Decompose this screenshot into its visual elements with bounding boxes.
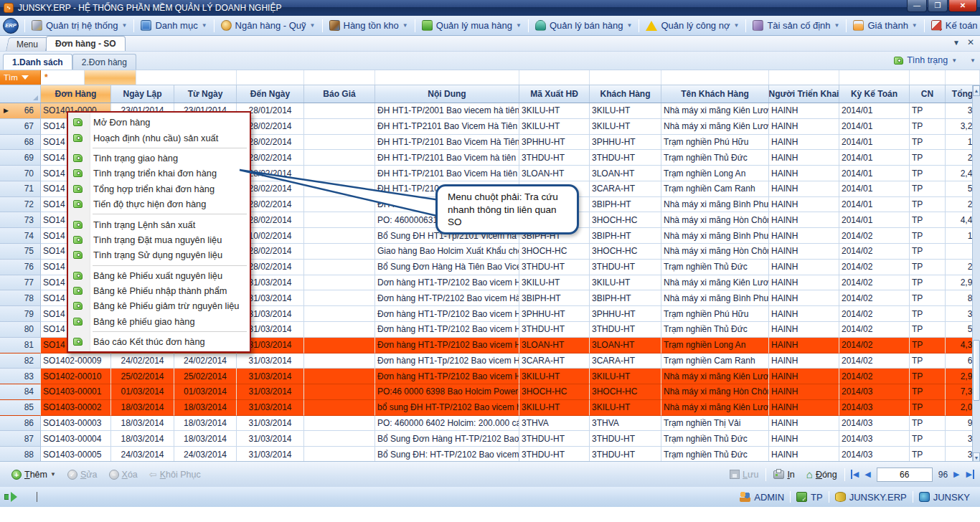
grid-cell[interactable]: TP bbox=[910, 275, 946, 291]
context-menu-item[interactable]: Bảng kê Phiếu nhập thành phẩm bbox=[68, 283, 250, 298]
row-header[interactable]: 70 bbox=[0, 166, 41, 181]
column-header[interactable]: Đơn Hàng bbox=[41, 85, 111, 103]
status-item-network[interactable]: JUNSKY bbox=[913, 492, 976, 503]
grid-cell[interactable]: Trạm nghiền Phú Hữu bbox=[661, 135, 769, 151]
grid-cell[interactable]: 3LOAN-HT bbox=[519, 166, 590, 181]
status-item-server[interactable]: TP bbox=[791, 492, 829, 503]
status-item-database[interactable]: JUNSKY.ERP bbox=[829, 492, 913, 503]
grid-cell[interactable]: 3THDU-HT bbox=[590, 447, 661, 462]
filter-input[interactable]: * bbox=[41, 70, 85, 85]
filter-cell[interactable] bbox=[769, 70, 839, 85]
grid-cell[interactable]: 2014/03 bbox=[839, 431, 910, 447]
grid-cell[interactable]: HAINH bbox=[769, 119, 839, 135]
grid-cell[interactable] bbox=[304, 119, 375, 135]
grid-cell[interactable] bbox=[304, 166, 375, 181]
grid-cell[interactable]: Nhà máy xi măng Hòn Chôn... bbox=[661, 384, 769, 400]
row-header[interactable]: 85 bbox=[0, 400, 41, 416]
grid-cell[interactable]: 2014/03 bbox=[839, 447, 910, 462]
grid-cell[interactable]: Nhà máy xi măng Hòn Chôn... bbox=[661, 244, 769, 260]
grid-cell[interactable]: TP bbox=[910, 150, 946, 166]
grid-cell[interactable]: 3HOCH-HC bbox=[519, 244, 590, 260]
grid-cell[interactable]: 24/02/2014 bbox=[111, 353, 174, 369]
row-header[interactable]: 69 bbox=[0, 150, 41, 166]
grid-cell[interactable]: ĐH HT1-TP/2101 Bao Vicem Hà Tiên P... bbox=[375, 135, 519, 151]
grid-cell[interactable]: 31/03/2014 bbox=[237, 447, 304, 462]
grid-cell[interactable]: Trạm nghiền Thủ Đức bbox=[661, 447, 769, 462]
grid-cell[interactable]: 3KILU-HT bbox=[590, 275, 661, 291]
minimize-button[interactable]: — bbox=[907, 0, 927, 12]
grid-cell[interactable]: 24/02/2014 bbox=[174, 353, 237, 369]
grid-cell[interactable]: SO1402-00009 bbox=[41, 353, 111, 369]
scroll-up-icon[interactable]: ▲ bbox=[973, 85, 980, 96]
grid-cell[interactable]: Đơn hàng HT-TP/2102 Bao vicem Hà ... bbox=[375, 290, 519, 306]
grid-cell[interactable]: 2014/02 bbox=[839, 353, 910, 369]
grid-cell[interactable]: HAINH bbox=[769, 166, 839, 181]
restore-button[interactable]: ❐ bbox=[928, 0, 948, 12]
close-view-button[interactable]: ⌂ Đóng bbox=[806, 469, 837, 480]
grid-cell[interactable]: 3PHHU-HT bbox=[590, 306, 661, 322]
first-record-icon[interactable]: ◀ bbox=[851, 470, 859, 479]
grid-cell[interactable]: HAINH bbox=[769, 338, 839, 353]
grid-cell[interactable]: Nhà máy xi măng Bình Phước bbox=[661, 197, 769, 213]
grid-cell[interactable]: 3KILU-HT bbox=[590, 119, 661, 135]
filter-cell[interactable] bbox=[910, 70, 946, 85]
grid-cell[interactable]: SO1402-00010 bbox=[41, 369, 111, 384]
row-header[interactable]: 81 bbox=[0, 338, 41, 353]
grid-cell[interactable]: Đơn hàng HT1-TP/2102 Bao vicem Hà... bbox=[375, 369, 519, 384]
save-button[interactable]: Lưu bbox=[730, 470, 758, 480]
edit-button[interactable]: ✓ Sửa bbox=[67, 470, 98, 480]
grid-cell[interactable]: PO: 460000 6402 Holcim: 200.000 cái. bbox=[375, 416, 519, 432]
grid-cell[interactable]: 3KILU-HT bbox=[519, 400, 590, 416]
grid-cell[interactable]: HAINH bbox=[769, 244, 839, 260]
column-header[interactable]: Tên Khách Hàng bbox=[661, 85, 769, 103]
column-header[interactable]: CN bbox=[910, 85, 946, 103]
subtab-don-hang[interactable]: 2.Đơn hàng bbox=[72, 54, 136, 70]
grid-cell[interactable]: 3THVA bbox=[519, 416, 590, 432]
grid-cell[interactable] bbox=[304, 260, 375, 275]
grid-cell[interactable]: HAINH bbox=[769, 212, 839, 228]
grid-cell[interactable]: TP bbox=[910, 228, 946, 244]
current-record-input[interactable]: 66 bbox=[877, 468, 933, 482]
grid-cell[interactable]: TP bbox=[910, 119, 946, 135]
grid-cell[interactable] bbox=[304, 338, 375, 353]
grid-cell[interactable] bbox=[304, 212, 375, 228]
grid-cell[interactable]: Giao hàng Bao Holcim Xuất Khẩu cho ... bbox=[375, 244, 519, 260]
grid-cell[interactable]: TP bbox=[910, 369, 946, 384]
grid-cell[interactable]: Bổ Sung Đơn Hàng Hà Tiên Bao Vice... bbox=[375, 260, 519, 275]
filter-cell[interactable] bbox=[519, 70, 590, 85]
grid-cell[interactable]: HAINH bbox=[769, 416, 839, 432]
grid-cell[interactable]: HAINH bbox=[769, 384, 839, 400]
row-header[interactable]: 66▶ bbox=[0, 103, 41, 119]
row-header[interactable]: 73 bbox=[0, 212, 41, 228]
row-header[interactable]: 71 bbox=[0, 181, 41, 197]
grid-cell[interactable]: 2014/02 bbox=[839, 244, 910, 260]
row-header[interactable]: 87 bbox=[0, 431, 41, 447]
grid-cell[interactable] bbox=[304, 135, 375, 151]
grid-cell[interactable]: HAINH bbox=[769, 306, 839, 322]
filter-cell[interactable] bbox=[136, 70, 237, 85]
grid-cell[interactable]: 31/03/2014 bbox=[237, 431, 304, 447]
grid-cell[interactable]: 18/03/2014 bbox=[111, 431, 174, 447]
grid-cell[interactable]: TP bbox=[910, 338, 946, 353]
grid-cell[interactable]: 2014/02 bbox=[839, 228, 910, 244]
grid-cell[interactable]: HAINH bbox=[769, 197, 839, 213]
row-header[interactable]: 72 bbox=[0, 197, 41, 213]
row-header[interactable]: 79 bbox=[0, 306, 41, 322]
next-record-icon[interactable]: ▶ bbox=[953, 470, 959, 479]
menubar-item-accounting[interactable]: Kế toán tổng hợp▼ bbox=[926, 18, 980, 34]
grid-cell[interactable]: 18/03/2014 bbox=[111, 416, 174, 432]
grid-cell[interactable] bbox=[304, 447, 375, 462]
context-menu-item[interactable]: Tình trạng giao hàng bbox=[68, 151, 250, 166]
grid-cell[interactable]: TP bbox=[910, 244, 946, 260]
grid-cell[interactable]: Bổ Sung ĐH: HT-TP/2102 Bao vicem H... bbox=[375, 447, 519, 462]
grid-cell[interactable] bbox=[304, 290, 375, 306]
vertical-scroll-thumb[interactable] bbox=[973, 340, 980, 401]
grid-cell[interactable]: HAINH bbox=[769, 135, 839, 151]
grid-cell[interactable]: 24/03/2014 bbox=[111, 447, 174, 462]
filter-cell[interactable] bbox=[375, 70, 519, 85]
grid-cell[interactable] bbox=[304, 306, 375, 322]
grid-cell[interactable]: Nhà máy xi măng Kiên Lương bbox=[661, 103, 769, 119]
grid-cell[interactable] bbox=[304, 150, 375, 166]
filter-cell[interactable] bbox=[839, 70, 910, 85]
grid-cell[interactable]: Trạm nghiền Thị Vải bbox=[661, 416, 769, 432]
